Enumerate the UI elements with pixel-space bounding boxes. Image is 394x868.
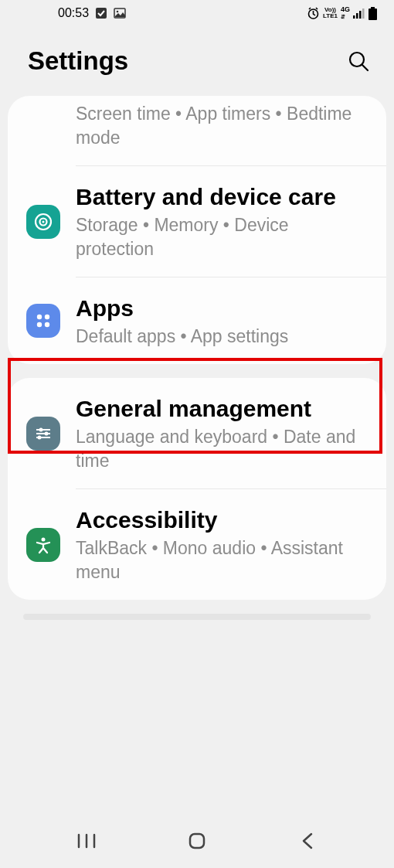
volte-indicator: Vo))LTE1 — [323, 7, 338, 19]
item-title: Apps — [76, 293, 371, 323]
app-header: Settings — [0, 26, 394, 96]
item-subtitle: TalkBack • Mono audio • Assistant menu — [76, 536, 371, 584]
item-subtitle: Language and keyboard • Date and time — [76, 425, 371, 473]
apps-icon — [26, 304, 60, 338]
signal-icon — [353, 8, 365, 19]
item-title: Battery and device care — [76, 182, 371, 212]
accessibility-icon — [26, 528, 60, 562]
svg-point-25 — [42, 537, 46, 541]
svg-point-17 — [37, 322, 42, 327]
navigation-bar — [0, 814, 394, 868]
svg-point-16 — [45, 315, 49, 319]
nav-home-button[interactable] — [174, 832, 220, 850]
svg-rect-7 — [362, 9, 365, 19]
status-time: 00:53 — [58, 6, 89, 20]
item-subtitle: Default apps • App settings — [76, 325, 371, 349]
settings-item-general-management[interactable]: General management Language and keyboard… — [8, 378, 386, 488]
checkbox-icon — [95, 7, 107, 19]
settings-card-2: General management Language and keyboard… — [8, 378, 386, 600]
item-subtitle: Screen time • App timers • Bedtime mode — [76, 102, 371, 150]
item-subtitle: Storage • Memory • Device protection — [76, 213, 371, 261]
svg-rect-0 — [96, 8, 107, 19]
search-button[interactable] — [346, 49, 371, 73]
svg-line-11 — [362, 65, 368, 70]
settings-item-digital-wellbeing[interactable]: Screen time • App timers • Bedtime mode — [8, 96, 386, 165]
svg-point-14 — [42, 220, 45, 223]
svg-point-24 — [38, 435, 42, 439]
device-care-icon — [26, 205, 60, 239]
picture-icon — [114, 7, 126, 19]
battery-icon — [369, 7, 377, 20]
settings-item-accessibility[interactable]: Accessibility TalkBack • Mono audio • As… — [8, 489, 386, 600]
svg-point-2 — [117, 11, 119, 13]
svg-rect-5 — [356, 13, 358, 19]
page-title: Settings — [28, 46, 128, 76]
svg-point-15 — [37, 315, 42, 319]
item-title: Accessibility — [76, 505, 371, 535]
scroll-indicator — [23, 614, 371, 620]
home-icon — [188, 832, 206, 850]
item-title: General management — [76, 393, 371, 424]
alarm-icon — [307, 7, 320, 20]
status-bar: 00:53 Vo))LTE1 4G⇵ — [0, 0, 394, 26]
settings-card-1: Screen time • App timers • Bedtime mode … — [8, 96, 386, 364]
svg-point-20 — [39, 427, 43, 431]
svg-rect-6 — [359, 11, 362, 19]
svg-point-22 — [45, 431, 49, 435]
svg-rect-4 — [353, 15, 355, 19]
svg-point-18 — [45, 322, 49, 327]
settings-item-battery-device-care[interactable]: Battery and device care Storage • Memory… — [8, 166, 386, 277]
back-icon — [301, 832, 314, 850]
svg-rect-8 — [371, 7, 375, 9]
general-management-icon — [26, 417, 60, 451]
recents-icon — [77, 833, 96, 849]
nav-recents-button[interactable] — [63, 833, 110, 849]
svg-rect-9 — [369, 9, 377, 20]
svg-rect-29 — [190, 834, 204, 848]
data-indicator: 4G⇵ — [341, 6, 350, 20]
search-icon — [348, 50, 369, 72]
nav-back-button[interactable] — [284, 832, 331, 850]
settings-item-apps[interactable]: Apps Default apps • App settings — [8, 277, 386, 364]
